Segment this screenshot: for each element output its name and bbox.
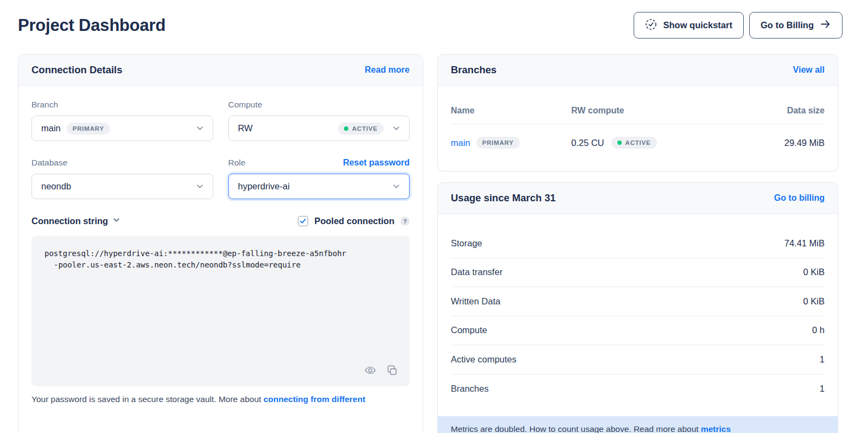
metrics-link[interactable]: metrics <box>701 424 731 433</box>
usage-value: 0 KiB <box>803 267 825 277</box>
usage-label: Storage <box>451 238 482 249</box>
pooled-connection-label: Pooled connection <box>314 216 394 226</box>
chevron-down-icon <box>195 124 205 133</box>
reset-password-link[interactable]: Reset password <box>343 158 410 168</box>
password-vault-note-text: Your password is saved in a secure stora… <box>31 394 264 404</box>
connection-details-card: Connection Details Read more Branch main… <box>18 54 423 433</box>
branch-select-value: main <box>41 123 61 133</box>
branch-main-link[interactable]: main <box>451 138 470 148</box>
usage-title: Usage since March 31 <box>451 192 556 204</box>
connection-string-box: postgresql://hyperdrive-ai:************@… <box>31 236 410 386</box>
go-to-billing-link[interactable]: Go to billing <box>774 193 825 203</box>
usage-row-branches: Branches 1 <box>451 374 825 404</box>
usage-row-active-computes: Active computes 1 <box>451 345 825 374</box>
usage-value: 0 KiB <box>803 296 825 307</box>
reveal-password-button[interactable] <box>364 364 376 378</box>
usage-label: Data transfer <box>451 267 502 277</box>
branch-name-cell: main PRIMARY <box>451 137 571 149</box>
column-data-size: Data size <box>787 106 825 116</box>
column-name: Name <box>451 106 571 116</box>
go-to-billing-button[interactable]: Go to Billing <box>749 12 843 39</box>
database-select[interactable]: neondb <box>31 174 213 199</box>
branch-select[interactable]: main PRIMARY <box>31 116 213 141</box>
arrow-right-icon <box>820 18 831 32</box>
chevron-down-icon <box>392 182 401 191</box>
role-select-value: hyperdrive-ai <box>238 181 290 192</box>
connection-string-line-1: postgresql://hyperdrive-ai:************@… <box>44 248 397 259</box>
active-status-dot <box>344 126 348 131</box>
go-to-billing-label: Go to Billing <box>761 20 814 30</box>
branches-card: Branches View all Name RW compute Data s… <box>437 54 838 171</box>
read-more-link[interactable]: Read more <box>365 65 410 75</box>
usage-metrics-note: Metrics are doubled. How to count usage … <box>438 416 838 433</box>
usage-label: Branches <box>451 384 489 394</box>
connecting-from-different-link[interactable]: connecting from different <box>264 394 366 404</box>
role-label: Role <box>228 158 246 168</box>
connection-string-line-2: -pooler.us-east-2.aws.neon.tech/neondb?s… <box>44 259 397 271</box>
usage-label: Written Data <box>451 296 500 307</box>
branch-field: Branch main PRIMARY <box>31 99 213 141</box>
chevron-down-icon <box>392 124 401 133</box>
password-vault-note: Your password is saved in a secure stora… <box>31 394 410 404</box>
connection-details-title: Connection Details <box>31 64 123 76</box>
usage-row-data-transfer: Data transfer 0 KiB <box>451 258 825 288</box>
branch-data-size: 29.49 MiB <box>784 138 825 148</box>
branch-primary-badge: PRIMARY <box>67 123 110 135</box>
branch-compute-value: 0.25 CU <box>571 138 604 148</box>
compute-label: Compute <box>228 100 263 110</box>
usage-value: 1 <box>820 354 825 365</box>
branch-primary-badge: PRIMARY <box>476 137 520 149</box>
connection-string-label: Connection string <box>31 216 108 226</box>
database-field: Database neondb <box>31 157 213 199</box>
show-quickstart-label: Show quickstart <box>663 20 732 30</box>
usage-card: Usage since March 31 Go to billing Stora… <box>437 182 838 433</box>
usage-value: 0 h <box>812 325 825 335</box>
branches-table-header: Name RW compute Data size <box>451 86 825 124</box>
role-select[interactable]: hyperdrive-ai <box>228 174 410 199</box>
usage-label: Active computes <box>451 354 516 365</box>
usage-rows: Storage 74.41 MiB Data transfer 0 KiB Wr… <box>438 214 838 403</box>
connection-details-body: Branch main PRIMARY Compute RW ACTIVE <box>18 86 423 404</box>
copy-button[interactable] <box>386 364 398 378</box>
compute-select-value: RW <box>238 123 253 133</box>
eye-icon <box>364 364 376 378</box>
usage-value: 74.41 MiB <box>784 238 825 249</box>
active-status-dot <box>617 141 622 145</box>
connection-form: Branch main PRIMARY Compute RW ACTIVE <box>31 99 410 199</box>
usage-metrics-note-text: Metrics are doubled. How to count usage … <box>451 424 701 433</box>
branches-header: Branches View all <box>438 55 838 86</box>
database-label: Database <box>31 158 67 168</box>
usage-label: Compute <box>451 325 487 335</box>
copy-icon <box>386 364 398 378</box>
usage-header: Usage since March 31 Go to billing <box>438 183 838 214</box>
branch-active-badge: ACTIVE <box>611 137 657 149</box>
chevron-down-icon <box>112 215 121 227</box>
usage-row-storage: Storage 74.41 MiB <box>451 229 825 258</box>
branches-table: Name RW compute Data size main PRIMARY 0… <box>438 86 838 162</box>
question-mark-icon[interactable]: ? <box>400 217 410 226</box>
column-rw-compute: RW compute <box>571 106 787 116</box>
connection-string-toolbar: Connection string Pooled connection ? <box>31 215 410 227</box>
quickstart-dashed-check-icon <box>645 18 657 33</box>
database-select-value: neondb <box>41 181 71 192</box>
usage-value: 1 <box>820 384 825 394</box>
compute-select[interactable]: RW ACTIVE <box>228 116 410 141</box>
connection-details-header: Connection Details Read more <box>18 55 423 86</box>
connection-string-toggle[interactable]: Connection string <box>31 215 121 227</box>
chevron-down-icon <box>195 182 205 191</box>
show-quickstart-button[interactable]: Show quickstart <box>634 12 743 39</box>
branch-label: Branch <box>31 100 58 110</box>
compute-active-badge: ACTIVE <box>338 123 384 135</box>
connection-string-actions <box>364 364 398 378</box>
branch-compute-cell: 0.25 CU ACTIVE <box>571 137 784 149</box>
header-actions: Show quickstart Go to Billing <box>634 12 843 39</box>
page-header: Project Dashboard Show quickstart Go to … <box>0 0 868 39</box>
usage-row-compute: Compute 0 h <box>451 316 825 346</box>
pooled-connection-checkbox[interactable] <box>298 216 308 226</box>
usage-row-written-data: Written Data 0 KiB <box>451 287 825 316</box>
pooled-connection-control: Pooled connection ? <box>298 216 410 226</box>
view-all-link[interactable]: View all <box>793 65 825 75</box>
compute-field: Compute RW ACTIVE <box>228 99 410 141</box>
role-field: Role Reset password hyperdrive-ai <box>228 157 410 199</box>
page-title: Project Dashboard <box>18 16 165 35</box>
